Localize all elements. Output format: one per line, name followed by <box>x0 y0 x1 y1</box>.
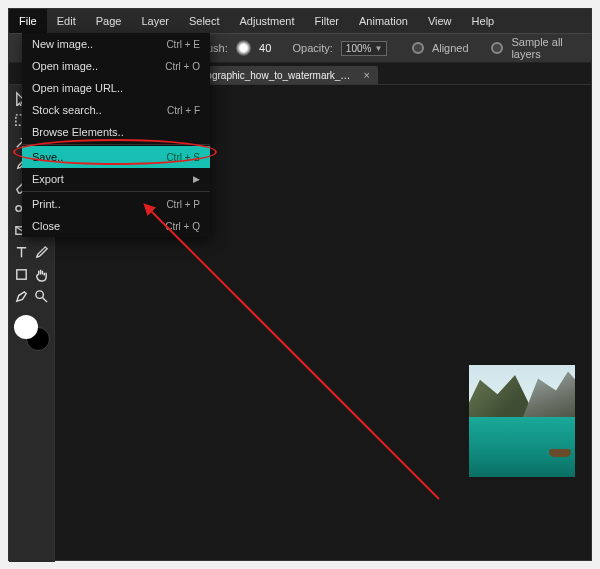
hand-tool-icon[interactable] <box>33 265 51 283</box>
menu-item-label: New image.. <box>32 38 93 50</box>
menu-file[interactable]: File <box>9 9 47 33</box>
menu-item-shortcut: Ctrl + S <box>166 152 200 163</box>
menu-layer[interactable]: Layer <box>131 9 179 33</box>
menu-animation[interactable]: Animation <box>349 9 418 33</box>
brush-size-value[interactable]: 40 <box>259 42 271 54</box>
opacity-dropdown[interactable]: 100% ▼ <box>341 41 388 56</box>
menu-item-open-image-url[interactable]: Open image URL.. <box>22 77 210 99</box>
menu-item-open-image[interactable]: Open image..Ctrl + O <box>22 55 210 77</box>
color-swatches[interactable] <box>14 315 50 351</box>
menu-item-print[interactable]: Print..Ctrl + P <box>22 193 210 215</box>
svg-rect-3 <box>17 269 26 278</box>
menu-item-stock-search[interactable]: Stock search..Ctrl + F <box>22 99 210 121</box>
menu-item-export[interactable]: Export▶ <box>22 168 210 190</box>
pen-tool-icon[interactable] <box>13 287 31 305</box>
shape-tool-icon[interactable] <box>13 265 31 283</box>
menu-page[interactable]: Page <box>86 9 132 33</box>
chevron-right-icon: ▶ <box>193 174 200 184</box>
svg-point-4 <box>36 290 44 298</box>
file-menu-dropdown: New image..Ctrl + EOpen image..Ctrl + OO… <box>22 33 210 237</box>
zoom-tool-icon[interactable] <box>33 287 51 305</box>
menu-filter[interactable]: Filter <box>305 9 349 33</box>
image-thumbnail[interactable] <box>469 365 575 477</box>
menu-item-shortcut: Ctrl + Q <box>165 221 200 232</box>
menu-item-label: Open image.. <box>32 60 98 72</box>
aligned-label: Aligned <box>432 42 469 54</box>
opacity-label: Opacity: <box>292 42 332 54</box>
menu-item-new-image[interactable]: New image..Ctrl + E <box>22 33 210 55</box>
menu-item-label: Stock search.. <box>32 104 102 116</box>
svg-point-1 <box>16 205 22 211</box>
sample-all-label: Sample all layers <box>511 36 583 60</box>
menu-item-shortcut: Ctrl + E <box>166 39 200 50</box>
menu-edit[interactable]: Edit <box>47 9 86 33</box>
menu-item-shortcut: Ctrl + O <box>165 61 200 72</box>
chevron-down-icon: ▼ <box>374 44 382 53</box>
app-window: FileEditPageLayerSelectAdjustmentFilterA… <box>8 8 592 561</box>
menu-item-label: Export <box>32 173 64 185</box>
menu-bar: FileEditPageLayerSelectAdjustmentFilterA… <box>9 9 591 33</box>
menu-item-label: Print.. <box>32 198 61 210</box>
menu-item-browse-elements[interactable]: Browse Elements.. <box>22 121 210 143</box>
menu-select[interactable]: Select <box>179 9 230 33</box>
menu-item-close[interactable]: CloseCtrl + Q <box>22 215 210 237</box>
colorpicker-tool-icon[interactable] <box>33 243 51 261</box>
menu-adjustment[interactable]: Adjustment <box>230 9 305 33</box>
menu-item-label: Save.. <box>32 151 63 163</box>
menu-item-label: Browse Elements.. <box>32 126 124 138</box>
text-tool-icon[interactable] <box>13 243 31 261</box>
fg-color-swatch[interactable] <box>14 315 38 339</box>
aligned-radio[interactable] <box>412 42 424 54</box>
document-tab[interactable]: infographic_how_to_watermark_a_ph...× <box>188 66 378 84</box>
close-icon[interactable]: × <box>363 69 369 81</box>
menu-view[interactable]: View <box>418 9 462 33</box>
menu-help[interactable]: Help <box>462 9 505 33</box>
brush-preview-icon[interactable] <box>236 39 251 57</box>
menu-item-label: Close <box>32 220 60 232</box>
menu-item-shortcut: Ctrl + F <box>167 105 200 116</box>
opacity-value: 100% <box>346 43 372 54</box>
sample-all-radio[interactable] <box>491 42 503 54</box>
tab-label: infographic_how_to_watermark_a_ph... <box>196 70 356 81</box>
menu-item-shortcut: Ctrl + P <box>166 199 200 210</box>
menu-item-label: Open image URL.. <box>32 82 123 94</box>
menu-item-save[interactable]: Save..Ctrl + S <box>22 146 210 168</box>
